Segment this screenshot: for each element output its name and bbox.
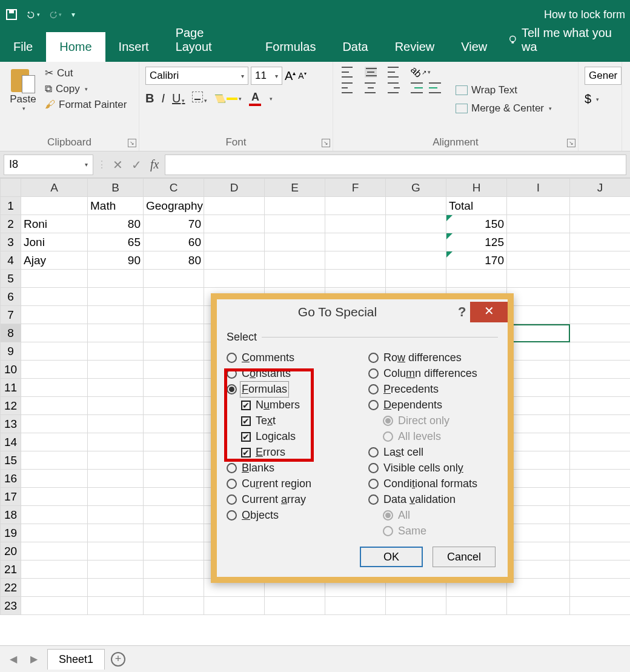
cell[interactable] [88, 270, 144, 288]
row-header[interactable]: 3 [1, 233, 21, 251]
cell[interactable] [325, 270, 386, 288]
radio-current-region[interactable]: Current region [227, 477, 356, 490]
dialog-launcher-icon[interactable]: ↘ [128, 139, 136, 147]
cell[interactable] [88, 488, 144, 506]
help-icon[interactable]: ? [458, 304, 470, 320]
row-header[interactable]: 16 [1, 470, 21, 488]
name-box[interactable]: I8▾ [4, 155, 93, 175]
dialog-launcher-icon[interactable]: ↘ [322, 139, 330, 147]
cell[interactable] [507, 561, 570, 579]
align-left-icon[interactable] [342, 82, 354, 93]
cell[interactable]: Joni [21, 233, 88, 251]
cell[interactable] [446, 597, 507, 615]
cell[interactable] [21, 451, 88, 470]
checkbox-numbers[interactable]: ✔Numbers [241, 399, 356, 411]
fill-color-button[interactable]: ▾ [214, 95, 242, 103]
row-header[interactable]: 5 [1, 270, 21, 288]
cell[interactable] [88, 579, 144, 597]
cell[interactable] [21, 597, 88, 615]
cell[interactable] [386, 251, 446, 270]
formula-input[interactable] [165, 155, 626, 175]
col-header[interactable]: G [386, 179, 446, 197]
cell[interactable] [204, 251, 265, 270]
row-header[interactable]: 7 [1, 306, 21, 324]
cell[interactable] [570, 506, 631, 524]
italic-button[interactable]: I [161, 91, 165, 105]
sheet-nav-prev-icon[interactable]: ◀ [6, 653, 21, 665]
row-header[interactable]: 9 [1, 342, 21, 361]
cell[interactable]: 80 [88, 215, 144, 233]
cell[interactable] [144, 342, 204, 361]
cell[interactable] [21, 433, 88, 451]
align-top-icon[interactable] [342, 67, 354, 78]
row-header[interactable]: 13 [1, 415, 21, 433]
cell[interactable] [21, 415, 88, 433]
cell[interactable] [507, 451, 570, 470]
cell[interactable] [265, 215, 325, 233]
cell[interactable] [265, 270, 325, 288]
cell[interactable] [507, 233, 570, 251]
col-header[interactable]: A [21, 179, 88, 197]
cell[interactable] [21, 506, 88, 524]
cell[interactable] [507, 488, 570, 506]
cell[interactable] [21, 542, 88, 561]
cell[interactable] [144, 579, 204, 597]
cell[interactable] [21, 488, 88, 506]
cell[interactable] [386, 270, 446, 288]
tab-insert[interactable]: Insert [105, 32, 162, 62]
paste-button[interactable]: Paste ▾ [4, 64, 42, 134]
cell[interactable] [144, 524, 204, 542]
cell[interactable] [570, 597, 631, 615]
cell[interactable] [21, 306, 88, 324]
sheet-tab-active[interactable]: Sheet1 [47, 649, 105, 670]
font-size-combo[interactable]: 11▾ [251, 67, 282, 85]
cell[interactable] [507, 415, 570, 433]
cell[interactable] [570, 470, 631, 488]
cell[interactable] [507, 342, 570, 361]
cell[interactable] [88, 324, 144, 342]
orientation-button[interactable]: ab↗▾ [411, 67, 431, 78]
radio-current-array[interactable]: Current array [227, 493, 356, 506]
cell[interactable] [144, 361, 204, 379]
cell[interactable] [570, 324, 631, 342]
cell[interactable]: 80 [144, 251, 204, 270]
cell[interactable] [507, 379, 570, 397]
increase-indent-icon[interactable] [429, 82, 442, 93]
cell[interactable] [88, 361, 144, 379]
cell[interactable] [507, 361, 570, 379]
cell[interactable] [144, 415, 204, 433]
checkbox-logicals[interactable]: ✔Logicals [241, 430, 356, 443]
cell[interactable] [21, 470, 88, 488]
cell[interactable] [88, 524, 144, 542]
cell[interactable] [144, 597, 204, 615]
cell[interactable] [88, 342, 144, 361]
cell[interactable] [386, 215, 446, 233]
font-color-button[interactable]: A [249, 91, 261, 106]
cell[interactable] [88, 433, 144, 451]
cell[interactable] [507, 251, 570, 270]
underline-button[interactable]: U▾ [172, 91, 185, 105]
radio-last-cell[interactable]: Last cell [368, 446, 498, 459]
cell[interactable] [21, 397, 88, 415]
cell[interactable] [507, 506, 570, 524]
cell[interactable] [144, 542, 204, 561]
cell[interactable] [507, 433, 570, 451]
cell[interactable] [88, 415, 144, 433]
cell[interactable] [144, 561, 204, 579]
radio-data-validation[interactable]: Data validation [368, 493, 498, 506]
cell[interactable] [88, 451, 144, 470]
row-header[interactable]: 4 [1, 251, 21, 270]
align-middle-icon[interactable] [365, 67, 377, 78]
cell[interactable] [144, 324, 204, 342]
cell[interactable] [88, 542, 144, 561]
decrease-indent-icon[interactable] [411, 82, 424, 93]
increase-font-icon[interactable]: A▴ [285, 69, 296, 83]
cell[interactable] [204, 233, 265, 251]
cell[interactable] [507, 270, 570, 288]
cell[interactable] [386, 233, 446, 251]
cell[interactable]: Math [88, 197, 144, 215]
cell[interactable]: 70 [144, 215, 204, 233]
cell[interactable] [88, 597, 144, 615]
row-header[interactable]: 1 [1, 197, 21, 215]
row-header[interactable]: 10 [1, 361, 21, 379]
